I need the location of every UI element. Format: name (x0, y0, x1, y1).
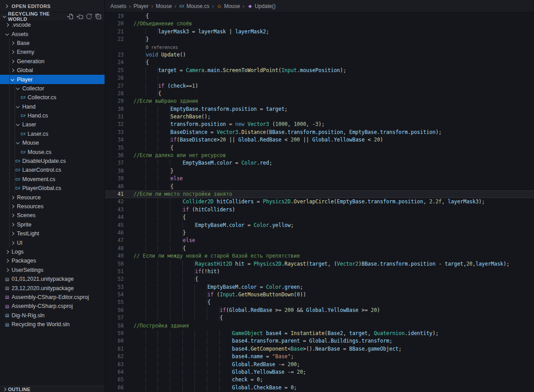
breadcrumb-item-mouse[interactable]: Mouse (156, 3, 172, 9)
code-line-23[interactable]: 23 void Update() (105, 51, 534, 59)
tree-folder-hand[interactable]: Hand (0, 102, 105, 111)
open-editors-section-header[interactable]: OPEN EDITORS (0, 0, 105, 12)
code-line-43[interactable]: 43 if (hitColliders) (105, 206, 534, 214)
tree-file-recycling-the-world-sln[interactable]: ▤Recycling the World.sln (0, 320, 105, 329)
tree-file-disableupdate-cs[interactable]: C#DisableUpdate.cs (0, 157, 105, 166)
code-line-30[interactable]: 30 EmptyBase.transform.position = target… (105, 105, 534, 113)
code-line-codelens[interactable]: 0 references (105, 44, 534, 51)
tree-file-mouse-cs[interactable]: C#Mouse.cs (0, 147, 105, 156)
code-line-46[interactable]: 46 } (105, 229, 534, 237)
code-line-21[interactable]: 21 layerMask3 = layerMask | layerMask2; (105, 28, 534, 36)
code-line-39[interactable]: 39 else (105, 175, 534, 182)
code-line-42[interactable]: 42 Collider2D hitColliders = Physics2D.O… (105, 198, 534, 206)
code-line-34[interactable]: 34 if(BaseDistance>20 || Global.RedBase … (105, 136, 534, 144)
code-line-60[interactable]: 60 base4.transform.parent = Global.Build… (105, 337, 534, 345)
code-line-45[interactable]: 45 EmptyBaseM.color = Color.yellow; (105, 222, 534, 229)
tree-folder-ui[interactable]: UI (0, 238, 105, 247)
code-line-40[interactable]: 40 { (105, 183, 534, 190)
code-line-61[interactable]: 61 base4.GetComponent<Base>().NearBase =… (105, 345, 534, 353)
code-line-26[interactable]: 26 (105, 74, 534, 82)
code-line-24[interactable]: 24 { (105, 59, 534, 66)
tree-folder-scenes[interactable]: Scenes (0, 211, 105, 220)
code-line-36[interactable]: 36//Если далеко или нет ресурсов (105, 152, 534, 159)
code-line-29[interactable]: 29//Если выбрано здание (105, 97, 534, 105)
tree-folder-resources[interactable]: Resources (0, 202, 105, 211)
chevron-right-icon (9, 221, 16, 228)
tree-file-playerglobal-cs[interactable]: C#PlayerGlobal.cs (0, 184, 105, 193)
code-line-63[interactable]: 63 Global.RedBase -= 200; (105, 361, 534, 368)
breadcrumb-item-mouse-cs[interactable]: C#Mouse.cs (179, 3, 209, 9)
tree-file-lasercontrol-cs[interactable]: C#LaserControl.cs (0, 166, 105, 174)
code-line-28[interactable]: 28 { (105, 90, 534, 97)
code-line-48[interactable]: 48 { (105, 245, 534, 252)
codelens-references[interactable]: 0 references (146, 45, 178, 50)
tree-folder-generation[interactable]: Generation (0, 57, 105, 66)
tree-folder-laser[interactable]: Laser (0, 120, 105, 129)
code-line-35[interactable]: 35 { (105, 144, 534, 152)
code-line-64[interactable]: 64 Global.YellowBase -= 20; (105, 368, 534, 376)
code-line-22[interactable]: 22 } (105, 36, 534, 43)
breadcrumb-item-mouse[interactable]: ◇Mouse (216, 3, 240, 9)
code-line-59[interactable]: 59 GameObject base4 = Instantiate(Base2,… (105, 330, 534, 337)
tree-file-hand-cs[interactable]: C#Hand.cs (0, 111, 105, 120)
code-line-49[interactable]: 49// Если ли между новой и старой базой … (105, 252, 534, 260)
code-line-55[interactable]: 55 { (105, 299, 534, 306)
code-line-53[interactable]: 53 EmptyBaseM.color = Color.green; (105, 283, 534, 291)
code-line-38[interactable]: 38 } (105, 167, 534, 175)
breadcrumb-item-update[interactable]: ◆Update() (247, 3, 275, 9)
tree-file-laser-cs[interactable]: C#Laser.cs (0, 129, 105, 138)
refresh-explorer-icon[interactable] (85, 13, 93, 20)
tree-folder-collector[interactable]: Collector (0, 84, 105, 93)
code-editor[interactable]: 19 {20//Объединение слоёв21 layerMask3 =… (105, 12, 534, 392)
tree-folder-usersettings[interactable]: UserSettings (0, 266, 105, 275)
code-line-58[interactable]: 58//Постройка здания (105, 322, 534, 330)
code-line-50[interactable]: 50 RaycastHit2D hit = Physics2D.Raycast(… (105, 260, 534, 268)
tree-file-assembly-csharp-csproj[interactable]: ▤Assembly-CSharp.csproj (0, 302, 105, 311)
tree-file-23-12-2020-unitypackage[interactable]: ▤23,12,2020.unitypackage (0, 283, 105, 292)
code-line-20[interactable]: 20//Объединение слоёв (105, 20, 534, 28)
tree-file-movement-cs[interactable]: C#Movement.cs (0, 175, 105, 184)
tree-folder-enemy[interactable]: Enemy (0, 48, 105, 57)
code-line-31[interactable]: 31 SearchBase(); (105, 113, 534, 121)
tree-folder-assets[interactable]: Assets (0, 29, 105, 38)
tree-folder-mouse[interactable]: Mouse (0, 138, 105, 147)
code-line-33[interactable]: 33 BaseDistance = Vector3.Distance(BBase… (105, 129, 534, 136)
code-line-27[interactable]: 27 if (check==1) (105, 82, 534, 90)
code-line-25[interactable]: 25 target = Camera.main.ScreenToWorldPoi… (105, 67, 534, 74)
code-line-66[interactable]: 66 Global.CheckBase = 0; (105, 384, 534, 392)
code-line-62[interactable]: 62 base4.name = "Base"; (105, 353, 534, 360)
code-line-41[interactable]: 41//Если ли место постройки занято (105, 190, 534, 198)
code-line-32[interactable]: 32 transform.position = new Vector3 (100… (105, 121, 534, 128)
code-line-44[interactable]: 44 { (105, 214, 534, 221)
tree-folder-resource[interactable]: Resource (0, 193, 105, 202)
tree-file-collector-cs[interactable]: C#Collector.cs (0, 93, 105, 102)
tree-folder-base[interactable]: Base (0, 39, 105, 48)
code-line-19[interactable]: 19 { (105, 12, 534, 20)
outline-section-header[interactable]: OUTLINE (0, 386, 105, 392)
tree-file-01-01-2021-unitypackage[interactable]: ▤01,01,2021.unitypackage (0, 275, 105, 283)
code-line-51[interactable]: 51 if(!hit) (105, 268, 534, 275)
tree-folder-player[interactable]: Player (0, 75, 105, 84)
tree-file-assembly-csharp-editor-csproj[interactable]: ▤Assembly-CSharp-Editor.csproj (0, 293, 105, 302)
code-line-56[interactable]: 56 if(Global.RedBase >= 200 && Global.Ye… (105, 307, 534, 314)
breadcrumb-item-assets[interactable]: Assets (110, 3, 126, 9)
code-line-37[interactable]: 37 EmptyBaseM.color = Color.red; (105, 159, 534, 167)
tree-folder-packages[interactable]: Packages (0, 256, 105, 265)
tree-folder-logs[interactable]: Logs (0, 247, 105, 256)
collapse-folders-icon[interactable] (95, 13, 102, 20)
tree-item-label: UserSettings (12, 267, 44, 273)
new-folder-icon[interactable] (76, 13, 83, 20)
code-line-65[interactable]: 65 check = 0; (105, 376, 534, 384)
code-line-57[interactable]: 57 { (105, 314, 534, 322)
workspace-section-header[interactable]: RECYCLING THE WORLD (0, 12, 105, 20)
breadcrumb-item-player[interactable]: Player (134, 3, 149, 9)
code-line-52[interactable]: 52 { (105, 275, 534, 283)
tree-folder-vscode[interactable]: .vscode (0, 20, 105, 29)
tree-folder-global[interactable]: Global (0, 66, 105, 75)
new-file-icon[interactable] (67, 13, 74, 20)
code-line-47[interactable]: 47 else (105, 237, 534, 244)
tree-file-dig-n-rig-sln[interactable]: ▤Dig-N-Rig.sln (0, 311, 105, 320)
code-line-54[interactable]: 54 if (Input.GetMouseButtonDown(0)) (105, 291, 534, 299)
tree-folder-testlight[interactable]: TestLight (0, 229, 105, 238)
tree-folder-sprite[interactable]: Sprite (0, 220, 105, 229)
